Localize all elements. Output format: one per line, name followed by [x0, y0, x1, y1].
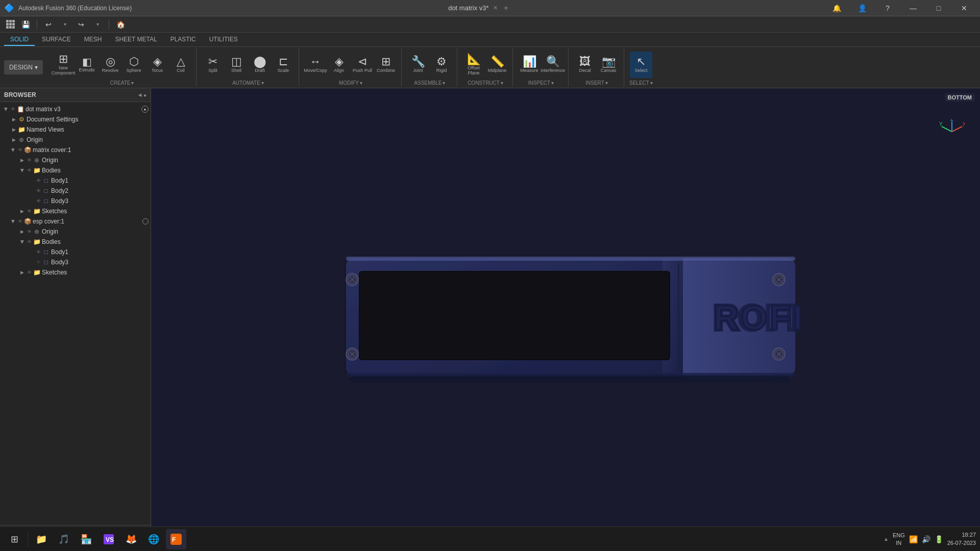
tool-canvas[interactable]: 📷 Canvas — [597, 52, 620, 78]
tab-mesh[interactable]: MESH — [78, 34, 108, 46]
start-menu-btn[interactable]: ⊞ — [4, 529, 24, 549]
design-btn[interactable]: DESIGN ▾ — [4, 60, 43, 74]
tree-item-matrix-cover[interactable]: 📦 matrix cover:1 — [0, 145, 151, 155]
tool-interference[interactable]: 🔍 Interference — [542, 52, 564, 78]
home-btn[interactable]: 🏠 — [113, 17, 128, 32]
minimize-btn[interactable]: — — [901, 0, 925, 16]
tool-coil[interactable]: △ Coil — [169, 52, 192, 78]
tool-joint[interactable]: 🔧 Joint — [407, 52, 429, 78]
model-3d[interactable]: ROFI ROFI — [331, 243, 800, 396]
tree-eye-body1-1[interactable] — [35, 177, 42, 184]
tree-item-sketches-1[interactable]: 📁 Sketches — [0, 206, 151, 216]
tool-measure[interactable]: 📊 Measure — [518, 52, 541, 78]
browser-back-btn[interactable]: ◂ — [138, 91, 141, 98]
tree-item-origin-1[interactable]: ⊕ Origin — [0, 135, 151, 145]
tree-eye-body1-2[interactable] — [35, 248, 42, 256]
tab-solid[interactable]: SOLID — [4, 34, 35, 46]
tool-draft[interactable]: ⬤ Draft — [249, 52, 271, 78]
account-btn[interactable]: 👤 — [850, 0, 874, 16]
tree-item-origin-2[interactable]: ⊕ Origin — [0, 155, 151, 165]
taskbar-store-btn[interactable]: 🏪 — [76, 529, 96, 549]
redo-arrow[interactable]: ▾ — [90, 17, 105, 32]
tree-arrow-matrix-cover[interactable] — [9, 146, 16, 154]
tree-item-origin-3[interactable]: ⊕ Origin — [0, 227, 151, 237]
tree-arrow-named-views[interactable] — [10, 126, 17, 133]
tree-eye-body3-2[interactable]: 👁 — [35, 259, 42, 266]
tab-close-btn[interactable]: ✕ — [493, 5, 498, 11]
close-btn[interactable]: ✕ — [952, 0, 976, 16]
tree-eye-bodies-2[interactable] — [26, 238, 33, 245]
taskbar-spotify-btn[interactable]: 🎵 — [54, 529, 74, 549]
tree-eye-root[interactable] — [9, 106, 16, 113]
taskbar-vs-btn[interactable]: VS — [99, 529, 119, 549]
tool-combine[interactable]: ⊞ Combine — [375, 52, 397, 78]
automate-label[interactable]: AUTOMATE ▾ — [232, 79, 264, 87]
tool-decal[interactable]: 🖼 Decal — [574, 52, 596, 78]
tool-align[interactable]: ◈ Align — [328, 52, 350, 78]
tree-eye-sketches-2[interactable] — [26, 269, 33, 276]
tree-arrow-bodies-1[interactable] — [18, 167, 26, 174]
tool-torus[interactable]: ◈ Torus — [146, 52, 168, 78]
undo-arrow[interactable]: ▾ — [58, 17, 72, 32]
redo-btn[interactable]: ↪ — [74, 17, 88, 32]
tool-midplane[interactable]: 📏 Midplane — [486, 52, 508, 78]
tree-item-bodies-2[interactable]: 📁 Bodies — [0, 237, 151, 247]
tree-dot-root[interactable]: ● — [141, 106, 149, 113]
taskbar-explorer-btn[interactable]: 📁 — [31, 529, 52, 549]
tree-item-body3-2[interactable]: 👁 □ Body3 — [0, 257, 151, 267]
browser-pin-btn[interactable]: ● — [143, 92, 146, 98]
tree-eye-body3-1[interactable] — [35, 197, 42, 205]
tab-plastic[interactable]: PLASTIC — [164, 34, 202, 46]
maximize-btn[interactable]: □ — [927, 0, 950, 16]
viewcube-bottom-label[interactable]: BOTTOM — [945, 93, 975, 102]
tree-item-esp-cover[interactable]: 📦 esp cover:1 — [0, 216, 151, 227]
app-grid-btn[interactable] — [4, 18, 16, 31]
tool-pushpull[interactable]: ⊲ Push Pull — [351, 52, 374, 78]
inspect-label[interactable]: INSPECT ▾ — [528, 79, 554, 87]
tool-shell[interactable]: ◫ Shell — [225, 52, 248, 78]
tool-offset-plane[interactable]: 📐 Offset Plane — [462, 52, 485, 78]
tree-arrow-root[interactable] — [2, 106, 9, 113]
taskbar-clock[interactable]: 18:27 26-07-2023 — [947, 531, 976, 547]
tree-item-root[interactable]: 📋 dot matrix v3 ● — [0, 104, 151, 114]
tb-chevron-btn[interactable]: ▲ — [884, 536, 889, 542]
select-label[interactable]: SELECT ▾ — [629, 79, 653, 87]
tree-eye-origin-3[interactable] — [26, 228, 33, 235]
taskbar-fusion-btn[interactable]: F — [166, 529, 186, 549]
taskbar-firefox-btn[interactable]: 🦊 — [121, 529, 141, 549]
tool-rigid[interactable]: ⚙ Rigid — [430, 52, 453, 78]
tree-eye-origin-2[interactable] — [26, 157, 33, 164]
assemble-label[interactable]: ASSEMBLE ▾ — [414, 79, 446, 87]
tree-item-body2-1[interactable]: □ Body2 — [0, 186, 151, 196]
taskbar-browser-btn[interactable]: 🌐 — [143, 529, 164, 549]
tree-arrow-doc-settings[interactable] — [10, 116, 17, 123]
tree-item-bodies-1[interactable]: 📁 Bodies — [0, 165, 151, 176]
notifications-btn[interactable]: 🔔 — [825, 0, 848, 16]
tree-eye-bodies-1[interactable] — [26, 167, 33, 174]
tree-eye-matrix-cover[interactable] — [16, 146, 23, 154]
tool-split[interactable]: ✂ Split — [202, 52, 224, 78]
tree-arrow-sketches-1[interactable] — [18, 208, 26, 215]
help-btn[interactable]: ? — [876, 0, 899, 16]
modify-label[interactable]: MODIFY ▾ — [339, 79, 362, 87]
tree-arrow-bodies-2[interactable] — [18, 238, 26, 245]
tree-item-sketches-2[interactable]: 📁 Sketches — [0, 267, 151, 278]
undo-btn[interactable]: ↩ — [41, 17, 56, 32]
tool-new-component[interactable]: ⊞ New Component — [52, 52, 75, 78]
tree-eye-sketches-1[interactable] — [26, 208, 33, 215]
tool-revolve[interactable]: ◎ Revolve — [99, 52, 121, 78]
tool-extrude[interactable]: ◧ Extrude — [76, 52, 98, 78]
tool-select[interactable]: ↖ Select — [630, 52, 652, 78]
tree-item-body3-1[interactable]: □ Body3 — [0, 196, 151, 206]
tool-scale[interactable]: ⊏ Scale — [272, 52, 295, 78]
tree-arrow-esp-cover[interactable] — [9, 218, 16, 225]
tree-arrow-origin-2[interactable] — [18, 157, 26, 164]
save-btn[interactable]: 💾 — [18, 17, 33, 32]
tree-eye-body2-1[interactable] — [35, 187, 42, 194]
tree-item-doc-settings[interactable]: ⚙ Document Settings — [0, 114, 151, 124]
create-label[interactable]: CREATE ▾ — [110, 79, 134, 87]
tree-item-named-views[interactable]: 📁 Named Views — [0, 124, 151, 135]
tool-sphere[interactable]: ⬡ Sphere — [122, 52, 145, 78]
tab-surface[interactable]: SURFACE — [36, 34, 77, 46]
new-tab-btn[interactable]: + — [504, 4, 508, 13]
